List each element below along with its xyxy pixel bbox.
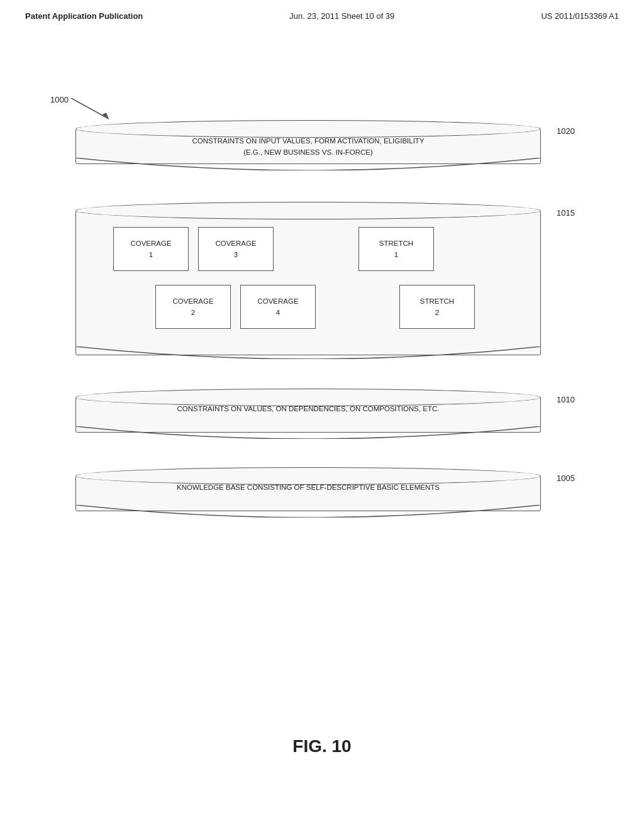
disk-1005: KNOWLEDGE BASE CONSISTING OF SELF-DESCRI… [50,467,566,517]
coverage-box-4: COVERAGE 4 [240,285,316,329]
header-publication-label: Patent Application Publication [25,11,143,21]
coverage-box-1: COVERAGE 1 [113,227,189,271]
disk-1010: CONSTRAINTS ON VALUES, ON DEPENDENCIES, … [50,389,566,439]
arrow-1000 [65,95,128,123]
diagram-area: 1000 CONSTRAINTS ON INPUT VALUES, FORM A… [0,27,644,782]
disk-1010-text: CONSTRAINTS ON VALUES, ON DEPENDENCIES, … [177,405,439,412]
disk-1015-number: 1015 [557,208,575,218]
disk-1015: COVERAGE 1 COVERAGE 3 STRETCH 1 COVERAGE… [50,202,566,359]
figure-label: FIG. 10 [0,736,644,756]
header-patent-number: US 2011/0153369 A1 [541,11,619,21]
disk-1020: CONSTRAINTS ON INPUT VALUES, FORM ACTIVA… [50,120,566,170]
disk-1005-number: 1005 [557,473,575,483]
disk-1005-text: KNOWLEDGE BASE CONSISTING OF SELF-DESCRI… [177,484,440,491]
disk-1010-number: 1010 [557,395,575,404]
disk-1020-line1: CONSTRAINTS ON INPUT VALUES, FORM ACTIVA… [75,135,541,147]
page-header: Patent Application Publication Jun. 23, … [0,0,644,27]
coverage-box-3: COVERAGE 3 [198,227,274,271]
disk-1020-number: 1020 [557,126,575,136]
disk-1020-line2: (E.G., NEW BUSINESS VS. IN-FORCE) [75,147,541,158]
coverage-box-2: COVERAGE 2 [155,285,231,329]
stretch-box-2: STRETCH 2 [399,285,475,329]
header-date-sheet: Jun. 23, 2011 Sheet 10 of 39 [289,11,394,21]
stretch-box-1: STRETCH 1 [358,227,434,271]
